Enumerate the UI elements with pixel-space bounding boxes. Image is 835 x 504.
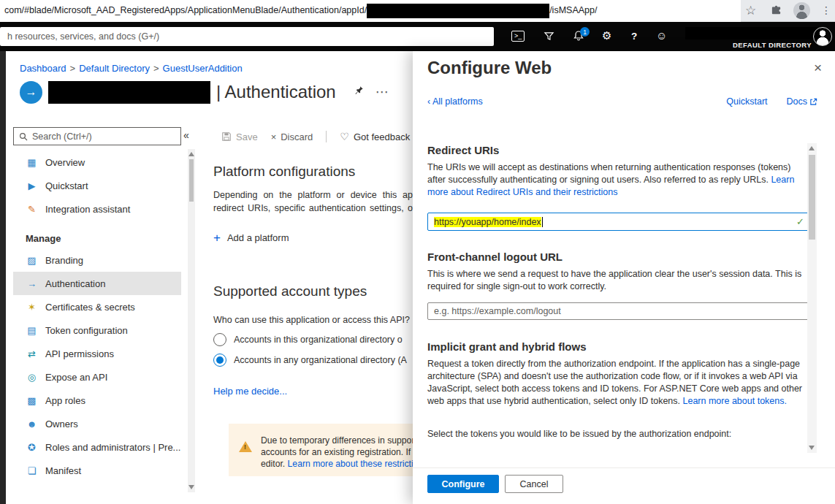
implicit-grant-heading: Implicit grant and hybrid flows xyxy=(427,340,587,353)
panel-footer: Configure Cancel xyxy=(413,467,835,504)
sidebar-item-label: Branding xyxy=(45,255,83,266)
warning-banner: Due to temporary differences in supporte… xyxy=(229,424,413,476)
sidebar-item-manifest[interactable]: ❏ Manifest xyxy=(13,459,181,482)
sidebar-item-label: Owners xyxy=(45,419,78,429)
save-label: Save xyxy=(236,131,258,142)
implicit-grant-description: Request a token directly from the author… xyxy=(427,358,811,408)
breadcrumb: Dashboard>Default Directory>GuestUserAdd… xyxy=(20,63,243,74)
global-search-input[interactable]: h resources, services, and docs (G+/) xyxy=(0,27,494,46)
all-platforms-label: All platforms xyxy=(432,96,483,107)
redirect-uri-input[interactable]: https://youapp/home/index ✓ xyxy=(427,213,811,231)
warning-line3-text: editor. xyxy=(261,459,288,469)
sidebar-item-label: API permissions xyxy=(45,348,114,359)
panel-title: Configure Web xyxy=(427,58,552,78)
all-platforms-link[interactable]: ‹ All platforms xyxy=(427,96,483,107)
radio-label: Accounts in any organizational directory… xyxy=(234,354,409,367)
text-caret xyxy=(542,217,543,227)
sidebar-item-branding[interactable]: ▨ Branding xyxy=(13,248,181,272)
panel-scrollbar-thumb[interactable] xyxy=(809,155,815,240)
app-registration-icon: → xyxy=(20,81,42,104)
platform-configurations-heading: Platform configurations xyxy=(213,164,355,180)
breadcrumb-link-default-directory[interactable]: Default Directory xyxy=(79,63,150,74)
sidebar-item-label: Roles and administrators | Pre... xyxy=(45,442,180,453)
bookmark-star-icon[interactable]: ☆ xyxy=(745,3,756,18)
sidebar-item-owners[interactable]: ☻ Owners xyxy=(13,412,181,435)
quickstart-link[interactable]: Quickstart xyxy=(726,96,767,107)
extensions-puzzle-icon[interactable] xyxy=(771,5,782,19)
sidebar-item-label: Quickstart xyxy=(45,180,88,191)
sidebar-item-integration-assistant[interactable]: ✎ Integration assistant xyxy=(13,197,181,221)
tokens-prompt: Select the tokens you would like to be i… xyxy=(427,428,811,440)
sidebar-scrollbar-thumb[interactable] xyxy=(189,159,194,202)
manifest-icon: ❏ xyxy=(26,465,38,476)
sidebar-item-authentication[interactable]: → Authentication xyxy=(13,272,181,295)
configure-button[interactable]: Configure xyxy=(427,475,499,493)
docs-link[interactable]: Docs xyxy=(787,96,807,107)
breadcrumb-link-dashboard[interactable]: Dashboard xyxy=(20,63,66,74)
feedback-smiley-icon[interactable]: ☺ xyxy=(656,29,667,42)
radio-accounts-this-directory[interactable]: Accounts in this organizational director… xyxy=(213,333,409,346)
help-icon[interactable]: ? xyxy=(631,31,637,42)
scroll-up-icon[interactable] xyxy=(809,146,815,150)
more-options-icon[interactable]: ⋯ xyxy=(375,84,389,100)
sidebar-item-api-permissions[interactable]: ⇄ API permissions xyxy=(13,342,181,365)
pin-icon[interactable] xyxy=(354,85,364,99)
browser-chrome: com/#blade/Microsoft_AAD_RegisteredApps/… xyxy=(0,0,835,22)
discard-label: Discard xyxy=(281,131,313,142)
integration-assistant-icon: ✎ xyxy=(26,204,38,215)
collapse-sidebar-button[interactable]: « xyxy=(183,129,189,141)
cloud-shell-icon[interactable]: >_ xyxy=(511,31,525,42)
breadcrumb-link-guestuseraddition[interactable]: GuestUserAddition xyxy=(163,63,243,74)
sidebar-item-overview[interactable]: ▦ Overview xyxy=(13,150,181,174)
browser-menu-icon[interactable]: ⋮ xyxy=(821,4,831,16)
roles-administrators-icon: ✪ xyxy=(26,442,38,453)
restrictions-link[interactable]: Learn more about these restrictions. xyxy=(288,459,430,469)
radio-selected-icon xyxy=(213,354,226,367)
notifications-bell-icon[interactable]: 1 xyxy=(573,30,584,45)
front-channel-logout-input[interactable] xyxy=(427,302,811,320)
sidebar-item-quickstart[interactable]: ▶ Quickstart xyxy=(13,174,181,197)
platform-desc-line2: redirect URIs, specific authentication s… xyxy=(213,202,413,215)
save-button[interactable]: Save xyxy=(221,131,258,142)
sidebar-item-token-configuration[interactable]: ▤ Token configuration xyxy=(13,318,181,342)
sidebar-item-certificates-secrets[interactable]: ✶ Certificates & secrets xyxy=(13,295,181,318)
sidebar-item-roles-and-administrators[interactable]: ✪ Roles and administrators | Pre... xyxy=(13,435,181,459)
feedback-button[interactable]: ♡ Got feedback xyxy=(340,131,410,142)
url-text: com/#blade/Microsoft_AAD_RegisteredApps/… xyxy=(4,4,597,18)
cancel-button[interactable]: Cancel xyxy=(505,475,563,493)
radio-accounts-any-directory[interactable]: Accounts in any organizational directory… xyxy=(213,354,409,367)
save-icon xyxy=(221,131,232,142)
branding-icon: ▨ xyxy=(26,255,38,266)
tokens-learn-more-link[interactable]: Learn more about tokens. xyxy=(683,396,787,406)
sidebar-item-label: Authentication xyxy=(45,278,105,289)
api-permissions-icon: ⇄ xyxy=(26,348,38,359)
directory-filter-icon[interactable] xyxy=(544,31,554,45)
scroll-down-icon[interactable] xyxy=(188,485,194,489)
sidebar-scrollbar[interactable] xyxy=(188,149,195,492)
sidebar-item-app-roles[interactable]: ▩ App roles xyxy=(13,389,181,412)
scroll-down-icon[interactable] xyxy=(809,446,815,450)
redirect-uris-heading: Redirect URIs xyxy=(427,144,499,156)
directory-label: DEFAULT DIRECTORY xyxy=(733,41,812,49)
discard-button[interactable]: × Discard xyxy=(271,131,313,142)
sidebar-item-label: Token configuration xyxy=(45,325,128,336)
account-avatar[interactable] xyxy=(813,27,832,46)
global-search-text: h resources, services, and docs (G+/) xyxy=(7,31,159,42)
settings-gear-icon[interactable]: ⚙ xyxy=(602,29,611,42)
scroll-up-icon[interactable] xyxy=(188,152,194,156)
panel-scrollbar[interactable] xyxy=(807,143,817,453)
close-panel-icon[interactable]: × xyxy=(814,60,822,76)
command-toolbar: Save × Discard ♡ Got feedback xyxy=(221,129,410,145)
configure-web-panel: × Configure Web ‹ All platforms Quicksta… xyxy=(413,51,835,504)
sidebar-search-input[interactable]: Search (Ctrl+/) xyxy=(13,127,181,145)
browser-profile-avatar[interactable] xyxy=(793,2,810,19)
sidebar-item-label: App roles xyxy=(45,395,85,406)
front-channel-description: This is where we send a request to have … xyxy=(427,268,811,293)
help-me-decide-link[interactable]: Help me decide... xyxy=(213,386,287,397)
plus-icon: + xyxy=(213,232,221,244)
url-bar[interactable]: com/#blade/Microsoft_AAD_RegisteredApps/… xyxy=(0,0,741,22)
sidebar-item-expose-an-api[interactable]: ◎ Expose an API xyxy=(13,365,181,389)
add-platform-button[interactable]: + Add a platform xyxy=(213,232,289,244)
left-edge-strip xyxy=(0,51,6,504)
notification-badge: 1 xyxy=(580,27,590,37)
